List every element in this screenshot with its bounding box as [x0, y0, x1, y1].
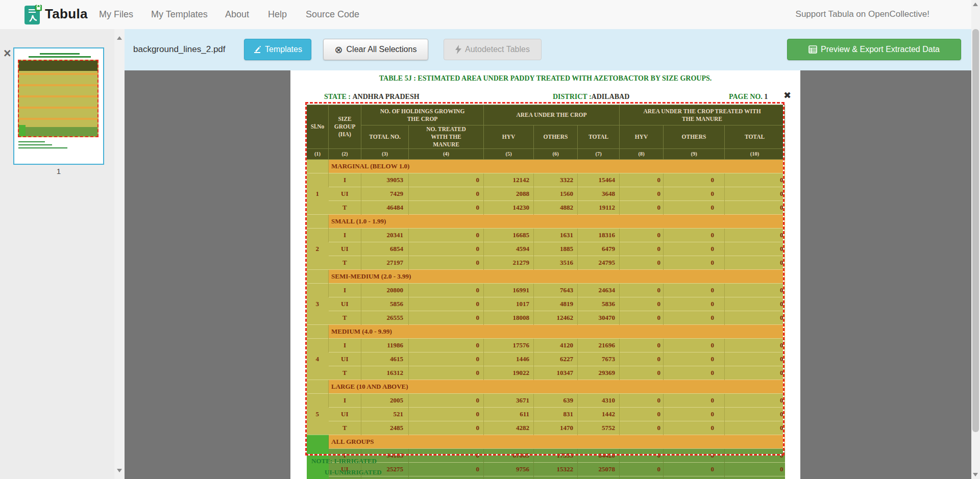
table-cell: UI [329, 242, 361, 256]
table-cell: 1446 [484, 352, 534, 366]
table-cell: 21696 [578, 338, 620, 352]
table-cell: 0 [725, 352, 785, 366]
preview-export-button[interactable]: Preview & Export Extracted Data [787, 39, 961, 60]
table-cell: 0 [664, 311, 725, 324]
table-cell: 4615 [361, 352, 409, 366]
col-number: (9) [664, 148, 725, 159]
remove-page-icon[interactable]: × [4, 48, 11, 58]
header-size-group: SIZE GROUP (HA) [329, 105, 361, 149]
table-cell: 29369 [578, 366, 620, 380]
export-button-label: Preview & Export Extracted Data [821, 45, 940, 54]
table-cell: T [329, 366, 361, 380]
table-cell: 0 [409, 352, 484, 366]
col-number: (7) [578, 148, 620, 159]
scrollbar-thumb[interactable] [972, 29, 979, 432]
table-cell: 16685 [484, 228, 534, 242]
page-scrollbar[interactable] [971, 0, 980, 479]
nav-item-about[interactable]: About [225, 9, 249, 20]
thumb-table-selection [18, 60, 99, 137]
table-cell: 0 [409, 338, 484, 352]
thumb-note-line [18, 147, 67, 148]
table-cell: 17576 [484, 338, 534, 352]
sidebar-scrollbar[interactable] [114, 29, 125, 479]
thumb-title-line [40, 53, 80, 55]
table-cell: 0 [409, 462, 484, 476]
templates-button-label: Templates [265, 45, 302, 54]
table-row: T265550180081246230470000 [307, 311, 785, 324]
slno-cell [307, 324, 329, 338]
scroll-up-icon[interactable] [117, 36, 122, 40]
thumb-stripe [19, 73, 97, 75]
brand-title: Tabula [45, 6, 88, 22]
thumb-stripe [19, 95, 97, 97]
table-cell: 0 [409, 187, 484, 200]
district-field: DISTRICT :ADILABAD [553, 93, 629, 101]
table-cell: UI [329, 407, 361, 421]
clear-all-selections-button[interactable]: ⊗ Clear All Selections [323, 39, 428, 60]
table-cell: 21279 [484, 256, 534, 269]
thumb-note-line [18, 144, 52, 145]
header-total-no: TOTAL NO. [361, 125, 409, 149]
table-cell: 0 [620, 228, 664, 242]
section-row-label: MARGINAL (BELOW 1.0) [329, 159, 785, 173]
slno-cell [307, 159, 329, 173]
slno-cell: 4 [307, 338, 329, 380]
table-row: T46484014230488219112000 [307, 200, 785, 214]
data-table: Sl.No SIZE GROUP (HA) NO. OF HOLDINGS GR… [306, 105, 785, 479]
table-row: UI74290208815603648000 [307, 187, 785, 200]
toolbar: background_lines_2.pdf Templates ⊗ Clear… [125, 29, 971, 70]
thumb-note-line [18, 141, 45, 142]
header-slno: Sl.No [307, 105, 329, 149]
header-group-area: AREA UNDER THE CROP [484, 105, 620, 125]
state-value: ANDHRA PRADESH [353, 93, 420, 100]
table-cell: 32677 [534, 476, 578, 479]
nav-item-my-files[interactable]: My Files [99, 9, 133, 20]
table-cell: 16312 [361, 366, 409, 380]
page-thumbnail[interactable] [13, 47, 104, 165]
table-cell: 0 [664, 338, 725, 352]
table-cell: 0 [620, 462, 664, 476]
table-cell: T [329, 476, 361, 479]
table-cell: 0 [664, 421, 725, 435]
table-cell: 9756 [484, 462, 534, 476]
table-cell: 5836 [578, 297, 620, 311]
templates-button[interactable]: Templates [244, 39, 311, 60]
scroll-down-icon[interactable] [117, 469, 122, 472]
scroll-up-icon[interactable] [973, 3, 978, 6]
table-cell: 46484 [361, 200, 409, 214]
support-link[interactable]: Support Tabula on OpenCollective! [796, 9, 929, 19]
table-cell: 1442 [578, 407, 620, 421]
scroll-down-icon[interactable] [973, 473, 978, 476]
col-number: (4) [409, 148, 484, 159]
table-row: 1I39053012142332215464000 [307, 173, 785, 187]
slno-cell [307, 214, 329, 228]
document-title: TABLE 5J : ESTIMATED AREA UNDER PADDY TR… [290, 74, 800, 83]
table-cell: 6479 [578, 242, 620, 256]
table-cell: 15464 [578, 173, 620, 187]
table-row: 5I2005036716394310000 [307, 393, 785, 407]
nav-item-source-code[interactable]: Source Code [306, 9, 359, 20]
header-hyv-2: HYV [620, 125, 664, 149]
selection-close-icon[interactable]: ✖ [783, 90, 791, 100]
table-row: T11903307682132677109498000 [307, 476, 785, 479]
table-cell: 0 [620, 407, 664, 421]
nav-item-help[interactable]: Help [268, 9, 287, 20]
section-header-row: ALL GROUPS [307, 435, 785, 448]
table-cell: UI [329, 297, 361, 311]
thumb-table-header [19, 61, 97, 71]
table-cell: 0 [725, 173, 785, 187]
table-cell: 0 [664, 283, 725, 297]
nav-item-my-templates[interactable]: My Templates [151, 9, 208, 20]
table-cell: 0 [620, 338, 664, 352]
table-cell: 0 [725, 311, 785, 324]
thumb-title-line [29, 56, 91, 58]
table-cell: 0 [620, 366, 664, 380]
table-cell: 521 [361, 407, 409, 421]
table-cell: 6227 [534, 352, 578, 366]
table-cell: 27197 [361, 256, 409, 269]
table-cell: 0 [664, 448, 725, 462]
table-cell: 2005 [361, 393, 409, 407]
thumb-all-groups-cell [19, 125, 26, 136]
header-total: TOTAL [578, 125, 620, 149]
header-no-treated: NO. TREATED WITH THE MANURE [409, 125, 484, 149]
